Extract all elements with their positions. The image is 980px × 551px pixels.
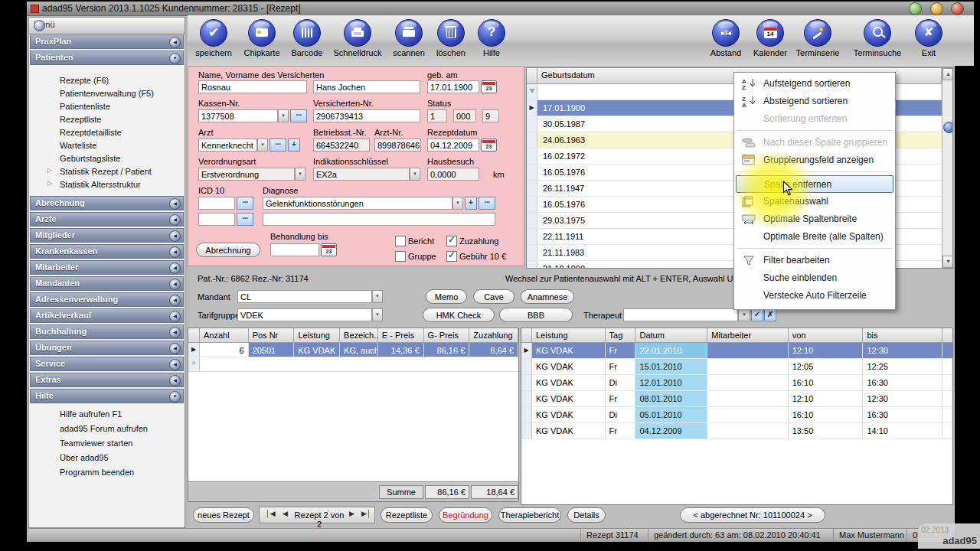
sidebar-group[interactable]: Mitglieder [30, 228, 184, 243]
new-position-row[interactable]: ✳ [188, 357, 518, 372]
behandlung-calendar-icon[interactable] [321, 243, 337, 256]
terminsuche-button[interactable]: Terminsuche [848, 19, 906, 57]
col-datum[interactable]: Datum [635, 328, 707, 342]
indikation-field[interactable]: EX2a [313, 168, 410, 181]
zuzahlung-checkbox[interactable] [446, 236, 457, 246]
arzt-add-button[interactable] [288, 139, 300, 152]
arzt-nr-field[interactable]: 899878646 [374, 139, 421, 152]
sidebar-group[interactable]: Service [30, 357, 184, 371]
sidebar-group-patienten[interactable]: Patienten [30, 51, 184, 65]
collapse-arrow-icon[interactable] [169, 214, 181, 226]
therapiebericht-button[interactable]: Therapiebericht [498, 507, 561, 523]
diagnose2-field[interactable] [263, 213, 495, 226]
mandant-field[interactable]: CL [237, 290, 372, 303]
appointment-cell[interactable]: 13:50 [789, 423, 864, 439]
collapse-arrow-icon[interactable] [169, 343, 181, 354]
bbb-button[interactable]: BBB [499, 308, 573, 322]
sidebar-item-4[interactable]: Rezeptliste [29, 113, 185, 126]
betriebsst-nr-field[interactable]: 664532240 [313, 139, 370, 152]
sidebar-group[interactable]: Ärzte [30, 212, 184, 227]
col-von[interactable]: von [789, 328, 864, 342]
appointment-cell[interactable]: 12:25 [863, 359, 942, 374]
sidebar-header[interactable]: Menü [29, 18, 185, 34]
appointment-cell[interactable]: Fr [606, 391, 636, 406]
appointment-cell[interactable]: 12:30 [863, 343, 942, 358]
anamnese-button[interactable]: Anamnese [521, 289, 574, 304]
appointment-cell[interactable]: Fr [606, 343, 636, 358]
therapeut-clear-icon[interactable]: ✗ [764, 308, 776, 321]
hausbesuch-field[interactable]: 0,0000 [427, 168, 479, 181]
collapse-arrow-icon[interactable] [169, 375, 181, 386]
verordnungsart-field[interactable]: Erstverordnung [198, 168, 295, 181]
appointment-row[interactable]: KG VDAKDi12.01.201016:1016:30 [521, 375, 952, 391]
appointment-cell[interactable]: Fr [606, 359, 636, 374]
collapse-arrow-icon[interactable] [169, 262, 181, 274]
collapse-arrow-icon[interactable] [169, 198, 181, 210]
appointment-cell[interactable]: Di [606, 407, 636, 422]
nav-first-icon[interactable]: │◀ [266, 510, 276, 517]
cave-button[interactable]: Cave [473, 289, 514, 304]
col-leistung[interactable]: Leistung [294, 328, 340, 342]
appointment-cell[interactable]: KG VDAK [532, 375, 606, 390]
col-bezeichnung[interactable]: Bezeich... [340, 328, 378, 342]
indikation-dropdown-icon[interactable] [410, 168, 420, 181]
icd2-field[interactable] [198, 213, 235, 226]
appointment-row[interactable]: KG VDAKFr08.01.201012:1012:30 [521, 391, 952, 407]
diagnose-lookup-button[interactable] [479, 197, 495, 210]
sidebar-item-hilfe-2[interactable]: adad95 Forum aufrufen [29, 422, 185, 435]
menu-item-gruppierungsfeld-anzeigen[interactable]: Gruppierungsfeld anzeigen [736, 152, 893, 169]
appointment-cell[interactable]: 16:10 [789, 407, 864, 422]
appointment-cell[interactable]: 16:30 [863, 407, 942, 422]
diagnose-field[interactable]: Gelenkfunktionsstörungen [263, 197, 452, 210]
appointment-cell[interactable]: 16:10 [789, 375, 864, 390]
therapeut-field[interactable] [623, 308, 738, 321]
arzt-lookup-button[interactable] [270, 139, 286, 152]
memo-button[interactable]: Memo [426, 289, 467, 304]
appointment-cell[interactable]: KG VDAK [532, 423, 606, 439]
position-row[interactable]: ▶ 6 20501 KG VDAK KG, auch... 14,36 € 86… [188, 343, 518, 357]
appointment-cell[interactable]: 12.01.2010 [635, 375, 707, 390]
icd2-lookup-button[interactable] [237, 213, 253, 226]
rezeptdatum-field[interactable]: 04.12.2009 [427, 139, 479, 152]
menu-item-filter-bearbeiten[interactable]: Filter bearbeiten [736, 252, 893, 269]
appointment-cell[interactable]: 12:30 [863, 391, 942, 406]
sidebar-group[interactable]: Abrechnung [30, 196, 184, 210]
details-button[interactable]: Details [567, 507, 606, 523]
col-bis[interactable]: bis [863, 328, 942, 342]
col-pos-nr[interactable]: Pos Nr [249, 328, 295, 342]
collapse-arrow-icon[interactable] [169, 279, 181, 290]
appointment-cell[interactable]: 04.12.2009 [635, 423, 707, 439]
tarifgruppe-dropdown-icon[interactable] [372, 308, 383, 321]
appointment-cell[interactable]: Fr [606, 423, 636, 439]
menu-item-nach-spalte-gruppieren[interactable]: Nach dieser Spalte gruppieren [736, 134, 893, 152]
sidebar-group[interactable]: Krankenkassen [30, 244, 184, 259]
col-tag[interactable]: Tag [606, 328, 636, 342]
appointment-cell[interactable]: KG VDAK [532, 343, 606, 358]
gebuehr-checkbox[interactable] [446, 251, 457, 262]
appointment-cell[interactable] [707, 375, 789, 390]
nav-prev-icon[interactable]: ◀ [283, 510, 288, 517]
collapse-arrow-icon[interactable] [169, 230, 181, 242]
sidebar-item-1[interactable]: Rezepte (F6) [29, 74, 185, 87]
appointment-cell[interactable] [707, 423, 789, 439]
appointment-cell[interactable]: 22.01.2010 [635, 343, 707, 358]
menu-marble-icon[interactable] [34, 20, 45, 31]
rezeptliste-button[interactable]: Rezeptliste [381, 507, 433, 523]
menu-item-suche-einblenden[interactable]: Suche einblenden [736, 269, 893, 287]
menu-item-verstecke-auto-filterzeile[interactable]: Verstecke Auto Filterzeile [736, 287, 893, 305]
title-bar[interactable]: adad95 Version 2013.1.1025 Kundennummer:… [27, 2, 974, 16]
appointment-cell[interactable] [707, 343, 789, 358]
sidebar-group-hilfe[interactable]: Hilfe [30, 389, 184, 403]
therapeut-confirm-icon[interactable]: ✓ [751, 308, 763, 321]
scroll-thumb[interactable] [943, 122, 953, 133]
status3-field[interactable]: 9 [482, 109, 499, 122]
sidebar-group[interactable]: Buchhaltung [30, 324, 184, 339]
hmk-check-button[interactable]: HMK Check [423, 308, 495, 322]
collapse-arrow-icon[interactable] [169, 295, 181, 306]
arzt-dropdown-icon[interactable] [257, 139, 268, 152]
exit-button[interactable]: Exit [900, 19, 958, 57]
appointment-cell[interactable]: 12:05 [789, 359, 864, 374]
col-g-preis[interactable]: G- Preis [424, 328, 470, 342]
sidebar-item-6[interactable]: Warteliste [29, 139, 185, 152]
appointment-row[interactable]: KG VDAKDi05.01.201016:1016:30 [521, 407, 952, 423]
